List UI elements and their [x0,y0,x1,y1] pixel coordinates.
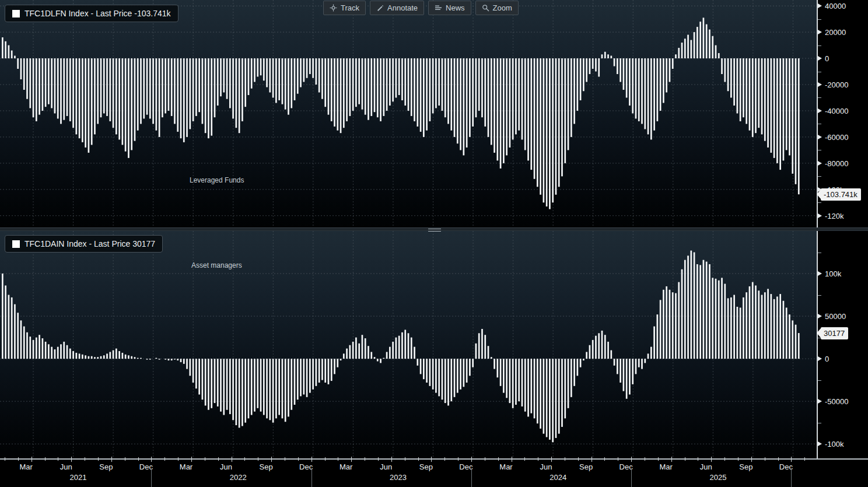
track-button[interactable]: Track [323,1,366,15]
legend-tfc1dain[interactable]: TFC1DAIN Index - Last Price 30177 [5,235,163,253]
bar [38,58,40,115]
bar [653,327,655,359]
x-tick [498,457,499,461]
track-button-label: Track [341,3,359,12]
bar [251,359,253,415]
bar [629,58,631,106]
bar [447,58,449,124]
bar [122,353,124,359]
divider-drag-handle-icon[interactable] [428,229,441,232]
bar [42,338,44,359]
bar [537,58,538,187]
bar [69,349,71,359]
bar [555,359,557,438]
chart-toolbar: Track Annotate News Zoom [323,1,519,15]
bar [226,359,228,410]
bar [288,58,289,115]
bar [324,58,326,107]
bar [749,286,751,359]
bar [727,298,729,359]
x-tick [351,457,352,462]
bar [678,48,680,58]
bar [466,58,468,148]
bar [764,292,766,359]
bar [638,58,640,121]
bar [481,58,483,117]
bar [558,58,560,187]
x-month-label: Sep [419,463,433,471]
bar [703,17,705,58]
bar [324,359,326,383]
bar [404,330,406,359]
panel-asset-managers: TFC1DAIN Index - Last Price 30177 Asset … [0,231,817,458]
bar [217,359,219,407]
bar [214,58,216,117]
bar [282,359,284,418]
news-button[interactable]: News [428,1,471,15]
bar [457,58,459,143]
bar [358,344,360,359]
bar [229,359,231,414]
x-tick [592,457,592,462]
bar [761,295,763,359]
annotate-button[interactable]: Annotate [370,1,424,15]
x-tick [604,457,605,461]
bar [589,345,591,359]
bar [549,58,551,209]
asset-managers-plot[interactable] [0,231,817,458]
bar [60,344,62,359]
bar [580,58,582,100]
bar [650,58,652,139]
bar [746,58,747,124]
bar [97,58,99,124]
x-tick [325,457,326,461]
bar [771,294,772,359]
bar [321,58,323,99]
bar [752,58,754,137]
bar [143,58,145,118]
zoom-button[interactable]: Zoom [475,1,519,15]
bar [423,359,425,379]
x-month-label: Jun [220,463,232,471]
bar [242,58,243,121]
x-tick [312,457,312,462]
bar [156,358,158,359]
bar [275,58,277,103]
y-tick-minor [818,97,821,98]
x-tick [258,457,258,461]
bar [401,332,403,359]
bar [672,292,674,359]
x-month-label: Jun [60,463,72,471]
bar [79,58,80,138]
panel-divider[interactable] [0,227,868,231]
bar [198,58,200,112]
bar [730,297,732,359]
x-tick [298,457,299,461]
bar [309,359,311,393]
bar [334,359,335,374]
legend-tfc1dlfn[interactable]: TFC1DLFN Index - Last Price -103.741k [5,5,178,22]
bar [475,344,477,359]
y-tick-minor [818,124,821,124]
leveraged-funds-plot[interactable] [0,0,817,227]
bar [494,58,495,153]
bar [718,281,720,359]
x-month-label: Sep [579,463,593,471]
bar [779,294,781,359]
bar [100,58,102,117]
bar [285,58,286,110]
bar [211,58,212,136]
bar [589,58,591,74]
x-year-label: 2025 [710,473,727,482]
bar [687,255,689,359]
bar [706,262,708,359]
bar [718,53,720,58]
y-tick-minor [818,150,821,150]
bar [106,353,108,359]
bar [229,58,231,108]
bar [5,285,6,359]
bar [530,58,532,170]
bar [500,58,502,169]
bar [134,357,136,359]
bar [349,58,351,116]
